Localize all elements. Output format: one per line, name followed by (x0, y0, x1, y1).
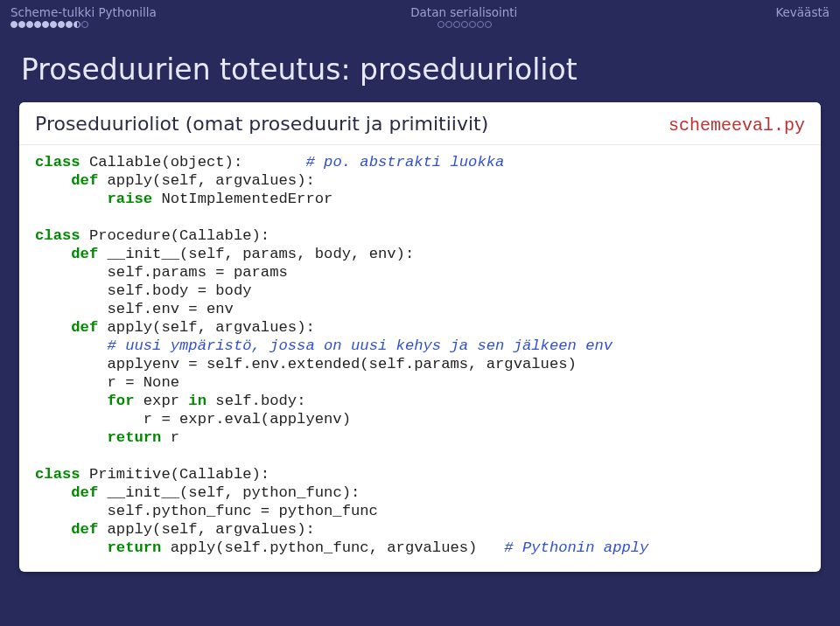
progress-dot-icon (34, 21, 41, 28)
code-text: r = expr.eval(applyenv) (35, 411, 351, 428)
progress-dot-icon (485, 21, 492, 28)
code-text: apply(self, argvalues): (98, 172, 315, 189)
nav-section-3[interactable]: Keväästä (775, 5, 830, 19)
code-keyword: def (71, 246, 98, 262)
code-text (35, 521, 71, 538)
code-text (35, 393, 108, 409)
progress-dot-icon (66, 21, 73, 28)
progress-dot-icon (42, 21, 49, 28)
code-text (35, 429, 108, 446)
code-text: Procedure(Callable): (80, 227, 270, 244)
progress-dots (0, 19, 840, 28)
code-text: self.params = params (35, 264, 288, 281)
progress-dot-icon (10, 21, 18, 28)
code-text: applyenv = self.env.extended(self.params… (35, 356, 577, 372)
nav-section-1[interactable]: Scheme-tulkki Pythonilla (10, 5, 375, 19)
code-text: expr (134, 393, 188, 409)
code-text: apply(self.python_func, argvalues) (161, 539, 504, 556)
code-keyword: class (35, 466, 80, 483)
code-text (35, 539, 108, 556)
code-text: __init__(self, python_func): (98, 484, 360, 501)
progress-dot-icon (50, 21, 57, 28)
progress-dot-icon (469, 21, 476, 28)
code-block-title: Proseduurioliot (omat proseduurit ja pri… (35, 113, 488, 135)
code-text: r (161, 429, 179, 446)
progress-dot-current-icon (74, 21, 80, 28)
code-block-filename: schemeeval.py (668, 115, 805, 136)
code-text: r = None (35, 374, 179, 391)
code-comment: # uusi ympäristö, jossa on uusi kehys ja… (108, 337, 613, 354)
code-text (35, 319, 71, 336)
code-keyword: def (71, 319, 98, 336)
code-block-card: Proseduurioliot (omat proseduurit ja pri… (19, 102, 821, 572)
code-text: self.body = body (35, 282, 252, 299)
progress-dot-icon (445, 21, 452, 28)
nav-section-2[interactable]: Datan serialisointi (375, 5, 775, 19)
code-keyword: in (188, 393, 206, 409)
code-keyword: class (35, 227, 80, 244)
code-comment: # Pythonin apply (504, 539, 648, 556)
progress-dot-icon (58, 21, 65, 28)
code-keyword: class (35, 154, 80, 170)
code-text (35, 484, 71, 501)
code-keyword: def (71, 521, 98, 538)
progress-dot-icon (453, 21, 460, 28)
progress-section-2 (402, 21, 830, 28)
progress-dot-icon (477, 21, 484, 28)
code-keyword: def (71, 484, 98, 501)
progress-dot-icon (26, 21, 33, 28)
code-keyword: for (108, 393, 135, 409)
code-text (35, 246, 71, 262)
code-block-body: class Callable(object): # po. abstrakti … (19, 145, 821, 572)
code-text: self.python_func = python_func (35, 503, 378, 519)
code-text: NotImplementedError (152, 191, 332, 207)
code-text: apply(self, argvalues): (98, 319, 315, 336)
code-keyword: return (108, 539, 162, 556)
progress-section-1 (10, 21, 402, 28)
code-text: apply(self, argvalues): (98, 521, 315, 538)
progress-dot-icon (461, 21, 468, 28)
code-text: Primitive(Callable): (80, 466, 270, 483)
code-keyword: raise (108, 191, 153, 207)
code-keyword: def (71, 172, 98, 189)
progress-dot-icon (18, 21, 25, 28)
progress-dot-icon (438, 21, 444, 28)
code-text: self.body: (206, 393, 305, 409)
slide-title: Proseduurien toteutus: proseduurioliot (0, 28, 840, 102)
code-text: __init__(self, params, body, env): (98, 246, 414, 262)
code-text (35, 337, 108, 354)
code-text (35, 191, 108, 207)
code-text: Callable(object): (80, 154, 306, 170)
code-text (35, 172, 71, 189)
code-keyword: return (108, 429, 162, 446)
section-nav: Scheme-tulkki Pythonilla Datan serialiso… (0, 0, 840, 19)
progress-dot-icon (81, 21, 88, 28)
code-block-header: Proseduurioliot (omat proseduurit ja pri… (19, 102, 821, 145)
code-text: self.env = env (35, 301, 234, 317)
code-comment: # po. abstrakti luokka (305, 154, 504, 170)
